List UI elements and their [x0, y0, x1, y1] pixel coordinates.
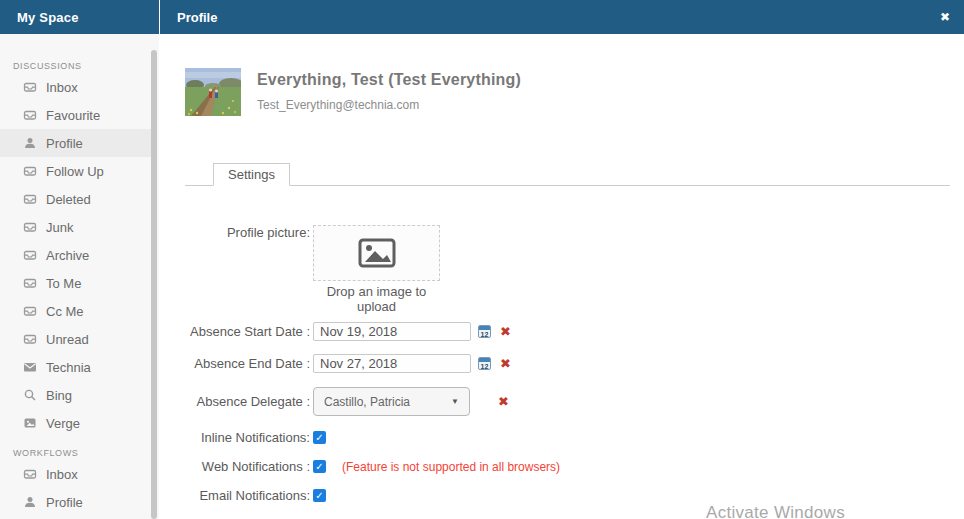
- sidebar-title: My Space: [17, 10, 79, 25]
- sidebar-item-label: Profile: [46, 136, 83, 151]
- sidebar-item-label: Cc Me: [46, 304, 84, 319]
- envelope-icon: [23, 360, 37, 374]
- sidebar-section-heading: DISCUSSIONS: [0, 59, 159, 73]
- inbox-tray-icon: [23, 220, 37, 234]
- clear-delegate-icon[interactable]: ✖: [498, 395, 509, 408]
- email-notifications-label: Email Notifications:: [160, 488, 310, 503]
- sidebar-item-label: To Me: [46, 276, 81, 291]
- chevron-down-icon: ▼: [451, 397, 459, 406]
- sidebar-item-label: Follow Up: [46, 164, 104, 179]
- inbox-tray-icon: [23, 276, 37, 290]
- page-title: Profile: [177, 10, 938, 25]
- sidebar-item-favourite[interactable]: Favourite: [0, 101, 152, 129]
- delegate-dropdown[interactable]: Castillo, Patricia ▼: [313, 387, 470, 416]
- inbox-tray-icon: [23, 467, 37, 481]
- clear-start-date-icon[interactable]: ✖: [500, 325, 511, 338]
- delegate-selected-value: Castillo, Patricia: [324, 395, 445, 409]
- profile-content: Everything, Test (Test Everything) Test_…: [160, 68, 964, 504]
- sidebar-scrollbar[interactable]: [151, 50, 157, 519]
- web-notifications-checkbox[interactable]: ✓: [313, 460, 326, 473]
- sidebar-item-unread[interactable]: Unread: [0, 325, 152, 353]
- web-notifications-note: (Feature is not supported in all browser…: [342, 460, 560, 474]
- sidebar-item-label: Favourite: [46, 108, 100, 123]
- absence-end-label: Absence End Date :: [160, 356, 310, 371]
- absence-delegate-row: Absence Delegate : Castillo, Patricia ▼ …: [160, 386, 964, 417]
- inbox-tray-icon: [23, 80, 37, 94]
- settings-form: Profile picture: Drop an image to upload: [160, 225, 964, 504]
- tab-strip: Settings: [185, 162, 950, 186]
- image-dropzone[interactable]: [313, 225, 440, 281]
- absence-end-input[interactable]: [313, 354, 471, 373]
- sidebar-item-label: Archive: [46, 248, 89, 263]
- sidebar-item-label: Technia: [46, 360, 91, 375]
- main-header: Profile ✖: [160, 0, 964, 34]
- clear-end-date-icon[interactable]: ✖: [500, 357, 511, 370]
- absence-delegate-label: Absence Delegate :: [160, 394, 310, 409]
- absence-start-row: Absence Start Date : 12 ✖: [160, 321, 964, 342]
- sidebar-item-label: Inbox: [46, 467, 78, 482]
- profile-picture-row: Profile picture: Drop an image to upload: [160, 225, 964, 314]
- inline-notifications-checkbox[interactable]: ✓: [313, 431, 326, 444]
- inbox-tray-icon: [23, 108, 37, 122]
- sidebar-item-label: Profile: [46, 495, 83, 510]
- sidebar-item-label: Unread: [46, 332, 89, 347]
- inbox-tray-icon: [23, 304, 37, 318]
- main-panel: Profile ✖: [160, 0, 964, 519]
- profile-head: Everything, Test (Test Everything) Test_…: [185, 68, 964, 116]
- sidebar-item-archive[interactable]: Archive: [0, 241, 152, 269]
- sidebar-item-label: Bing: [46, 388, 72, 403]
- absence-end-row: Absence End Date : 12 ✖: [160, 353, 964, 374]
- sidebar-item-to-me[interactable]: To Me: [0, 269, 152, 297]
- calendar-icon[interactable]: 12: [478, 325, 491, 338]
- email-notifications-checkbox[interactable]: ✓: [313, 489, 326, 502]
- sidebar: My Space DISCUSSIONSInboxFavouriteProfil…: [0, 0, 160, 519]
- sidebar-item-cc-me[interactable]: Cc Me: [0, 297, 152, 325]
- inline-notifications-row: Inline Notifications: ✓: [160, 429, 964, 446]
- user-icon: [23, 495, 37, 509]
- web-notifications-label: Web Notifications :: [160, 459, 310, 474]
- profile-identity: Everything, Test (Test Everything) Test_…: [257, 68, 521, 116]
- sidebar-section-heading: WORKFLOWS: [0, 446, 159, 460]
- tab-settings[interactable]: Settings: [213, 163, 290, 186]
- sidebar-item-label: Verge: [46, 416, 80, 431]
- search-icon: [23, 388, 37, 402]
- user-icon: [23, 136, 37, 150]
- avatar-painting: [185, 68, 241, 116]
- sidebar-header: My Space: [0, 0, 159, 34]
- sidebar-item-junk[interactable]: Junk: [0, 213, 152, 241]
- profile-name: Everything, Test (Test Everything): [257, 71, 521, 89]
- sidebar-item-inbox[interactable]: Inbox: [0, 460, 152, 488]
- sidebar-item-technia[interactable]: Technia: [0, 353, 152, 381]
- email-notifications-row: Email Notifications: ✓: [160, 487, 964, 504]
- sidebar-item-label: Deleted: [46, 192, 91, 207]
- picture-icon: [358, 238, 396, 268]
- sidebar-item-label: Inbox: [46, 80, 78, 95]
- sidebar-item-bing[interactable]: Bing: [0, 381, 152, 409]
- inline-notifications-label: Inline Notifications:: [160, 430, 310, 445]
- sidebar-item-verge[interactable]: Verge: [0, 409, 152, 437]
- dropzone-caption: Drop an image to upload: [313, 284, 440, 314]
- sidebar-item-follow-up[interactable]: Follow Up: [0, 157, 152, 185]
- image-icon: [23, 416, 37, 430]
- profile-picture-label: Profile picture:: [160, 225, 310, 240]
- absence-start-input[interactable]: [313, 322, 471, 341]
- inbox-tray-icon: [23, 192, 37, 206]
- sidebar-nav: DISCUSSIONSInboxFavouriteProfileFollow U…: [0, 34, 159, 519]
- sidebar-item-inbox[interactable]: Inbox: [0, 73, 152, 101]
- inbox-tray-icon: [23, 164, 37, 178]
- sidebar-item-deleted[interactable]: Deleted: [0, 185, 152, 213]
- web-notifications-row: Web Notifications : ✓ (Feature is not su…: [160, 458, 964, 475]
- inbox-tray-icon: [23, 332, 37, 346]
- sidebar-item-label: Junk: [46, 220, 73, 235]
- app-window: My Space DISCUSSIONSInboxFavouriteProfil…: [0, 0, 964, 519]
- close-icon[interactable]: ✖: [938, 9, 952, 25]
- sidebar-item-profile[interactable]: Profile: [0, 488, 152, 516]
- avatar: [185, 68, 241, 116]
- sidebar-item-profile[interactable]: Profile: [0, 129, 152, 157]
- inbox-tray-icon: [23, 248, 37, 262]
- absence-start-label: Absence Start Date :: [160, 324, 310, 339]
- profile-email: Test_Everything@technia.com: [257, 98, 521, 112]
- calendar-icon[interactable]: 12: [478, 357, 491, 370]
